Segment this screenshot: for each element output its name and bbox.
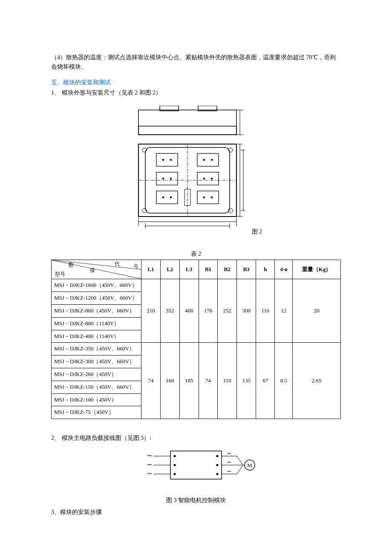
svg-rect-0 — [138, 110, 236, 135]
table-row: MSJ－DJKZ-350（450V、660V） 74 160 185 74 11… — [52, 343, 341, 356]
table-corner-cell: 数 代 号 值 型号 — [52, 260, 141, 279]
svg-text:∼: ∼ — [227, 450, 232, 457]
svg-line-46 — [52, 260, 141, 269]
svg-point-28 — [170, 196, 172, 198]
figure-2-drawing — [130, 106, 245, 237]
val-B2-g1: 252 — [218, 279, 237, 343]
svg-rect-15 — [156, 172, 178, 185]
col-B3: B3 — [237, 260, 256, 279]
svg-rect-13 — [156, 153, 178, 166]
svg-text:∼: ∼ — [147, 470, 152, 477]
corner-label-dai: 代 — [115, 260, 120, 268]
section-5-heading: 五、模块的安装和测试 — [51, 78, 341, 87]
svg-point-22 — [211, 159, 213, 160]
model-cell: MSJ－DJKZ-1600（450V、660V） — [52, 279, 141, 292]
table-2-caption: 表 2 — [51, 249, 341, 259]
val-L1-g2: 74 — [141, 343, 161, 419]
svg-point-23 — [162, 177, 164, 179]
svg-point-29 — [203, 196, 205, 198]
model-cell: MSJ－DJKZ-75（450V） — [52, 406, 141, 419]
svg-point-24 — [170, 177, 172, 179]
svg-point-58 — [216, 455, 218, 457]
col-L1: L1 — [141, 260, 161, 279]
svg-point-55 — [173, 455, 176, 457]
svg-text:∼: ∼ — [227, 468, 232, 474]
item-install-steps: 3、模块的安装步骤 — [51, 508, 341, 517]
val-L3-g2: 185 — [179, 343, 199, 419]
col-weight: 重量（Kg） — [293, 260, 341, 279]
svg-point-21 — [203, 159, 205, 160]
svg-rect-17 — [156, 191, 178, 204]
svg-point-25 — [203, 177, 205, 179]
val-B1-g2: 74 — [199, 343, 218, 419]
table-row: MSJ－DJKZ-1600（450V、660V） 210 352 400 176… — [52, 279, 341, 292]
val-weight-g1: 20 — [293, 279, 341, 343]
svg-rect-16 — [197, 172, 219, 185]
val-L2-g1: 352 — [160, 279, 179, 343]
col-B1: B1 — [199, 260, 218, 279]
svg-rect-14 — [197, 153, 219, 166]
svg-point-56 — [173, 464, 176, 466]
dimensions-table: 数 代 号 值 型号 L1 L2 L3 B1 B2 B3 h 4-ø 重量（Kg… — [51, 260, 341, 419]
svg-text:∼: ∼ — [147, 452, 152, 459]
svg-rect-18 — [197, 191, 219, 204]
val-L1-g1: 210 — [141, 279, 161, 343]
table-header-row: 数 代 号 值 型号 L1 L2 L3 B1 B2 B3 h 4-ø 重量（Kg… — [52, 260, 341, 279]
model-cell: MSJ－DJKZ-1200（450V、660V） — [52, 292, 141, 305]
item-module-outline: 1、 模块外形与安装尺寸（见表 2 和图 2） — [51, 88, 341, 98]
figure-2-wrapper: 图 2 — [51, 106, 341, 237]
figure-3-drawing: ∼ ∼ ∼ ∼ ∼ ∼ M — [132, 448, 260, 485]
svg-point-60 — [216, 473, 218, 475]
figure-3-caption: 图 3 智能电机控制模块 — [51, 496, 341, 505]
val-h-g2: 67 — [256, 343, 275, 419]
model-cell: MSJ－DJKZ-800（1140V） — [52, 317, 141, 330]
val-4phi-g1: 12 — [275, 279, 293, 343]
svg-point-59 — [216, 464, 218, 466]
svg-text:∼: ∼ — [147, 461, 152, 468]
model-cell: MSJ－DJKZ-260（450V） — [52, 368, 141, 381]
figure-3-wrapper: ∼ ∼ ∼ ∼ ∼ ∼ M — [51, 448, 341, 488]
svg-point-30 — [211, 196, 213, 198]
svg-point-27 — [162, 196, 164, 198]
col-L3: L3 — [179, 260, 199, 279]
svg-point-19 — [162, 159, 164, 160]
item-wiring-diagram: 2、 模块主电路负载接线图（见图 3）: — [51, 434, 341, 443]
figure-2-caption: 图 2 — [252, 227, 262, 237]
model-cell: MSJ－DJKZ-350（450V、660V） — [52, 343, 141, 356]
corner-label-xinghao: 型号 — [55, 270, 65, 278]
svg-text:∼: ∼ — [227, 459, 232, 465]
model-cell: MSJ－DJKZ-300（450V、660V） — [52, 356, 141, 368]
val-B1-g1: 176 — [199, 279, 218, 343]
svg-point-57 — [173, 473, 176, 475]
val-weight-g2: 2.65 — [293, 343, 341, 419]
model-cell: MSJ－DJKZ-400（1140V） — [52, 330, 141, 343]
val-L3-g1: 400 — [179, 279, 199, 343]
svg-rect-48 — [170, 451, 222, 479]
model-cell: MSJ－DJKZ-100（450V） — [52, 393, 141, 406]
col-4phi: 4-ø — [275, 260, 293, 279]
val-B3-g2: 135 — [237, 343, 256, 419]
svg-rect-1 — [138, 126, 236, 135]
val-h-g1: 110 — [256, 279, 275, 343]
svg-text:M: M — [247, 462, 252, 468]
svg-point-26 — [211, 177, 213, 179]
val-L2-g2: 160 — [160, 343, 179, 419]
model-cell: MSJ－DJKZ-800（450V、660V） — [52, 304, 141, 317]
corner-label-zhi: 值 — [90, 266, 95, 275]
val-B2-g2: 110 — [218, 343, 237, 419]
col-h: h — [256, 260, 275, 279]
col-B2: B2 — [218, 260, 237, 279]
paragraph-radiator-temp: （4）散热器的温度：测试点选择靠近模块中心点、紧贴模块外壳的散热器表面，温度要求… — [51, 53, 341, 72]
val-4phi-g2: 8.5 — [275, 343, 293, 419]
corner-label-hao: 号 — [133, 263, 138, 271]
col-L2: L2 — [160, 260, 179, 279]
model-cell: MSJ－DJKZ-150（450V、660V） — [52, 381, 141, 393]
val-B3-g1: 300 — [237, 279, 256, 343]
corner-label-shu: 数 — [69, 261, 74, 269]
document-page: （4）散热器的温度：测试点选择靠近模块中心点、紧贴模块外壳的散热器表面，温度要求… — [0, 0, 392, 555]
svg-point-20 — [170, 159, 172, 160]
